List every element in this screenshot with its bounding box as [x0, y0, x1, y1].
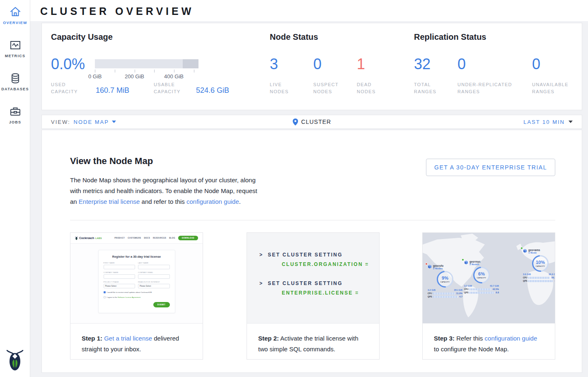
jobs-icon — [9, 105, 22, 118]
field-label: COMPANY EMAIL — [138, 271, 170, 273]
step-3-caption: Step 3: Refer this configuration guide t… — [423, 324, 555, 364]
mini-nav-customers[interactable]: CUSTOMERS — [128, 237, 141, 239]
under-replicated-count: 0 — [457, 56, 466, 73]
sql-argument: ENTERPRISE.LICENSE = — [282, 290, 379, 296]
mini-nav-blog[interactable]: BLOG — [169, 237, 175, 239]
node-cube-icon — [522, 249, 527, 253]
step-number: Step 2: — [258, 335, 279, 342]
locality-name: geo=nyc — [469, 260, 481, 263]
sidebar-item-jobs[interactable]: JOBS — [0, 105, 30, 124]
mini-download-button[interactable]: DOWNLOAD — [178, 236, 198, 240]
mini-nav-docs[interactable]: DOCS — [144, 237, 150, 239]
step-1-card: Cockroach LABS PRODUCT CUSTOMERS DOCS RE… — [70, 232, 203, 360]
description-text: and refer to this — [140, 198, 186, 205]
cpu-sparkline — [469, 288, 491, 290]
view-bar: VIEW: NODE MAP CLUSTER LAST 10 MIN — [41, 115, 582, 129]
home-icon — [9, 6, 22, 18]
software-license-link[interactable]: Software License Agreement. — [118, 296, 141, 298]
form-title: Register for a 30-day trial license — [104, 255, 170, 259]
mini-nav-product[interactable]: PRODUCT — [114, 237, 125, 239]
sidebar: OVERVIEW METRICS DATABASES — [0, 0, 30, 377]
cockroach-bug-icon — [75, 236, 78, 240]
company-email-input[interactable] — [138, 274, 170, 279]
axis-tick — [174, 70, 174, 72]
capacity-range: 3.6 GiB36.6 GiB — [523, 273, 555, 276]
sql-command: > SET CLUSTER SETTING — [259, 252, 379, 258]
sidebar-item-databases[interactable]: DATABASES — [0, 72, 30, 91]
node-cube-icon — [427, 264, 432, 269]
cpu-row: CPU58.3% — [523, 276, 555, 279]
locality-nyc[interactable]: geo=nyc 2 Nodes 6% CAPACITY 3.7 GiB43.7 … — [463, 260, 500, 295]
license-agreement-checkbox[interactable] — [104, 296, 106, 298]
project-phase-select[interactable]: Please Select — [104, 284, 136, 288]
company-name-input[interactable] — [104, 274, 136, 279]
description-text: . — [239, 198, 241, 205]
configuration-guide-link[interactable]: configuration guide — [485, 335, 537, 342]
step-number: Step 3: — [434, 335, 455, 342]
dead-nodes-label: DEADNODES — [357, 81, 376, 95]
locality-ams[interactable]: geo=ams 1 Node 10% CAPACITY 3.6 GiB36.6 … — [522, 249, 555, 283]
status-dot-red — [425, 263, 428, 265]
axis-tick-label: 0 GiB — [88, 73, 102, 80]
usable-capacity-value: 524.6 GiB — [196, 86, 229, 95]
last-name-input[interactable] — [138, 265, 170, 269]
sidebar-item-label: METRICS — [0, 54, 30, 58]
qps-sparkline — [433, 296, 458, 298]
first-name-input[interactable] — [104, 265, 136, 269]
node-map-title: View the Node Map — [70, 156, 153, 167]
capacity-percent: 6% — [474, 271, 489, 276]
cpu-sparkline — [433, 292, 455, 295]
qps-row: QPS4.7 — [428, 295, 462, 298]
metrics-icon — [9, 39, 22, 51]
step-2-card: > SET CLUSTER SETTING CLUSTER.ORGANIZATI… — [247, 232, 380, 360]
qps-row: QPS8.8 — [464, 291, 499, 294]
get-trial-license-link[interactable]: Get a trial license — [104, 335, 152, 342]
dead-nodes-count: 1 — [357, 56, 365, 73]
live-nodes-count: 3 — [270, 56, 278, 73]
sidebar-item-overview[interactable]: OVERVIEW — [0, 6, 30, 25]
scope-label: CLUSTER — [301, 118, 331, 125]
field-label: REASON FOR INTEREST — [138, 281, 170, 283]
reason-select[interactable]: Please Select — [138, 284, 170, 288]
mini-nav-resources[interactable]: RESOURCES — [153, 237, 166, 239]
submit-button[interactable]: SUBMIT — [153, 302, 170, 307]
view-selector-group: VIEW: NODE MAP — [51, 119, 116, 125]
databases-icon — [9, 72, 22, 85]
sql-commands-illustration: > SET CLUSTER SETTING CLUSTER.ORGANIZATI… — [247, 233, 379, 324]
configuration-guide-link[interactable]: configuration guide — [186, 198, 239, 205]
capacity-percent: 10% — [533, 260, 547, 265]
capacity-range: 3.7 GiB43.7 GiB — [464, 285, 499, 287]
divider — [70, 220, 555, 220]
used-capacity-label: USEDCAPACITY — [51, 81, 78, 95]
locality-sfo[interactable]: geo=sfo 2 Nodes 9% CAPACITY 3.2 GiB351 G… — [427, 264, 463, 299]
location-pin-icon — [293, 118, 298, 126]
status-dot-green — [520, 247, 523, 249]
qps-sparkline — [469, 292, 494, 294]
enterprise-trial-button[interactable]: GET A 30-DAY ENTERPRISE TRIAL — [426, 159, 555, 176]
world-map: geo=sfo 2 Nodes 9% CAPACITY 3.2 GiB351 G… — [423, 233, 555, 323]
time-range-dropdown[interactable]: LAST 10 MIN — [523, 119, 573, 125]
unavailable-count: 0 — [532, 56, 540, 73]
email-updates-checkbox[interactable] — [104, 291, 106, 293]
cluster-overview-page: OVERVIEW METRICS DATABASES — [0, 0, 588, 377]
capacity-label: CAPACITY — [438, 281, 452, 283]
capacity-usage-bar — [95, 59, 198, 68]
capacity-usage-title: Capacity Usage — [51, 32, 113, 42]
mini-logo-text: Cockroach — [79, 237, 94, 239]
locality-node-count: 2 Nodes — [469, 263, 481, 266]
view-dropdown[interactable]: NODE MAP — [74, 119, 116, 125]
cluster-summary-card: Capacity Usage 0.0% 0 GiB 200 GiB 400 Gi… — [41, 23, 582, 110]
page-title: CLUSTER OVERVIEW — [40, 5, 194, 17]
sql-command: > SET CLUSTER SETTING — [259, 280, 379, 286]
locality-name: geo=sfo — [433, 264, 443, 267]
suspect-nodes-label: SUSPECTNODES — [313, 81, 339, 95]
field-label: COMPANY NAME — [104, 271, 136, 273]
under-replicated-label: UNDER-REPLICATEDRANGES — [457, 81, 512, 95]
enterprise-trial-license-link[interactable]: Enterprise trial license — [79, 198, 140, 205]
trial-license-screenshot: Cockroach LABS PRODUCT CUSTOMERS DOCS RE… — [70, 233, 203, 324]
qps-row: QPS4.4 — [523, 280, 555, 282]
view-label: VIEW: — [51, 119, 70, 125]
trial-registration-form: Register for a 30-day trial license FIRS… — [98, 250, 175, 313]
sidebar-item-metrics[interactable]: METRICS — [0, 39, 30, 58]
status-dot-green — [462, 259, 464, 261]
